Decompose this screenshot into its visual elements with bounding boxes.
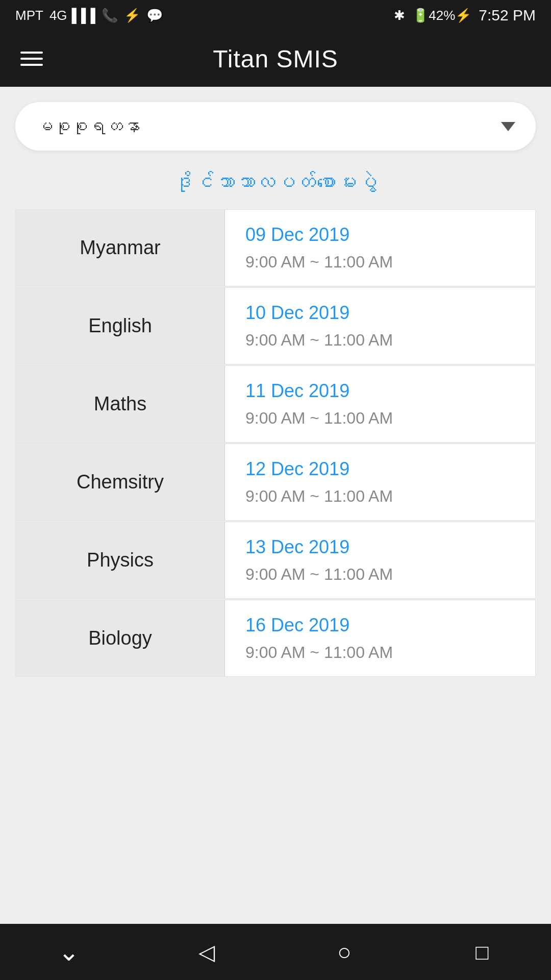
- time-label: 7:52 PM: [479, 7, 536, 24]
- exam-date: 12 Dec 2019: [245, 458, 515, 480]
- dropdown-arrow-icon: [501, 122, 515, 131]
- call-icon: 📞: [102, 8, 118, 23]
- hamburger-menu[interactable]: [20, 52, 43, 66]
- section-title: ဒိုင်ဘာသာလပတ်စာမေးပွဲ: [15, 171, 536, 194]
- battery-label: 🔋42%⚡: [412, 8, 471, 23]
- exam-time: 9:00 AM ~ 11:00 AM: [245, 643, 515, 662]
- exam-row[interactable]: Myanmar 09 Dec 2019 9:00 AM ~ 11:00 AM: [15, 209, 536, 286]
- content-area: မစုစုရတနာ ဒိုင်ဘာသာလပတ်စာမေးပွဲ Myanmar …: [0, 87, 551, 980]
- exam-time: 9:00 AM ~ 11:00 AM: [245, 487, 515, 506]
- exam-time: 9:00 AM ~ 11:00 AM: [245, 331, 515, 350]
- exam-date: 16 Dec 2019: [245, 615, 515, 636]
- app-title: Titan SMIS: [63, 45, 488, 73]
- hamburger-line-1: [20, 52, 43, 54]
- exam-date: 13 Dec 2019: [245, 536, 515, 558]
- exam-time: 9:00 AM ~ 11:00 AM: [245, 253, 515, 272]
- exam-schedule: 10 Dec 2019 9:00 AM ~ 11:00 AM: [225, 288, 535, 364]
- exam-time: 9:00 AM ~ 11:00 AM: [245, 565, 515, 584]
- nav-back-button[interactable]: [186, 932, 227, 972]
- exam-row[interactable]: Biology 16 Dec 2019 9:00 AM ~ 11:00 AM: [15, 600, 536, 677]
- subject-label: Physics: [16, 522, 225, 598]
- carrier-label: MPT: [15, 8, 43, 23]
- hamburger-line-2: [20, 58, 43, 60]
- student-dropdown[interactable]: မစုစုရတနာ: [15, 102, 536, 151]
- home-icon: [337, 938, 352, 966]
- recents-icon: [475, 939, 488, 965]
- exam-list: Myanmar 09 Dec 2019 9:00 AM ~ 11:00 AM E…: [15, 209, 536, 678]
- subject-label: Myanmar: [16, 210, 225, 286]
- subject-label: Biology: [16, 600, 225, 676]
- hamburger-line-3: [20, 64, 43, 66]
- subject-label: English: [16, 288, 225, 364]
- exam-row[interactable]: Maths 11 Dec 2019 9:00 AM ~ 11:00 AM: [15, 365, 536, 443]
- exam-schedule: 12 Dec 2019 9:00 AM ~ 11:00 AM: [225, 444, 535, 520]
- exam-date: 10 Dec 2019: [245, 302, 515, 324]
- bottom-nav: [0, 924, 551, 980]
- status-bar: MPT 4G▐▐▐ 📞 ⚡ 💬 ✱ 🔋42%⚡ 7:52 PM: [0, 0, 551, 31]
- exam-schedule: 09 Dec 2019 9:00 AM ~ 11:00 AM: [225, 210, 535, 286]
- usb-icon: ⚡: [124, 8, 140, 23]
- subject-label: Chemsitry: [16, 444, 225, 520]
- nav-home-button[interactable]: [324, 932, 365, 972]
- chevron-down-icon: [58, 937, 80, 967]
- exam-schedule: 13 Dec 2019 9:00 AM ~ 11:00 AM: [225, 522, 535, 598]
- bluetooth-icon: ✱: [394, 8, 405, 23]
- exam-date: 09 Dec 2019: [245, 224, 515, 246]
- status-left: MPT 4G▐▐▐ 📞 ⚡ 💬: [15, 8, 163, 23]
- dropdown-value: မစုစုရတနာ: [36, 116, 140, 136]
- exam-row[interactable]: Physics 13 Dec 2019 9:00 AM ~ 11:00 AM: [15, 522, 536, 599]
- exam-schedule: 11 Dec 2019 9:00 AM ~ 11:00 AM: [225, 366, 535, 442]
- toolbar: Titan SMIS: [0, 31, 551, 87]
- exam-time: 9:00 AM ~ 11:00 AM: [245, 409, 515, 428]
- exam-date: 11 Dec 2019: [245, 380, 515, 402]
- status-right: ✱ 🔋42%⚡ 7:52 PM: [394, 7, 536, 24]
- exam-schedule: 16 Dec 2019 9:00 AM ~ 11:00 AM: [225, 600, 535, 676]
- subject-label: Maths: [16, 366, 225, 442]
- nav-recents-button[interactable]: [462, 932, 503, 972]
- exam-row[interactable]: English 10 Dec 2019 9:00 AM ~ 11:00 AM: [15, 287, 536, 364]
- signal-icon: 4G▐▐▐: [49, 8, 95, 23]
- back-icon: [198, 939, 215, 965]
- chat-icon: 💬: [146, 8, 163, 23]
- nav-chevron-down-button[interactable]: [48, 932, 89, 972]
- exam-row[interactable]: Chemsitry 12 Dec 2019 9:00 AM ~ 11:00 AM: [15, 444, 536, 521]
